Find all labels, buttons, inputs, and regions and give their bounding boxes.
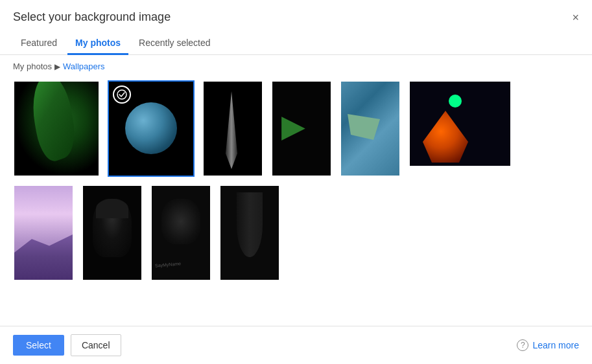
image-batman [220,186,279,280]
gallery-item-3[interactable] [202,80,263,177]
cancel-button[interactable]: Cancel [71,334,121,356]
svg-point-0 [117,90,126,99]
image-logo [272,82,331,176]
breadcrumb-current: Wallpapers [63,62,105,71]
tab-recently-selected[interactable]: Recently selected [131,32,219,55]
footer-actions: Select Cancel [13,334,121,356]
gallery-item-10[interactable] [219,185,280,281]
gallery-item-8[interactable] [82,185,143,281]
background-image-dialog: Select your background image × Featured … [0,0,592,364]
gallery-item-1[interactable] [13,80,100,177]
image-gallery [0,78,592,326]
image-robot [410,82,510,166]
image-sayname [152,186,210,280]
gallery-item-9[interactable] [150,185,211,281]
image-mountain [14,186,73,280]
breadcrumb: My photos ▶ Wallpapers [0,55,592,78]
breadcrumb-separator: ▶ [54,62,60,71]
image-leaf [14,82,99,176]
gallery-item-2[interactable] [108,80,195,177]
tab-featured[interactable]: Featured [13,32,65,55]
dialog-footer: Select Cancel ? Learn more [0,326,592,364]
image-vader [83,186,141,280]
help-icon[interactable]: ? [517,339,528,351]
tab-bar: Featured My photos Recently selected [0,32,592,55]
gallery-item-4[interactable] [271,80,332,177]
close-button[interactable]: × [572,12,579,23]
dialog-header: Select your background image × [0,0,592,24]
footer-help: ? Learn more [517,339,579,351]
image-arch [204,82,262,176]
selected-checkmark [113,85,131,104]
gallery-item-6[interactable] [408,80,512,177]
learn-more-link[interactable]: Learn more [532,340,579,350]
breadcrumb-parent[interactable]: My photos [13,62,52,71]
gallery-item-5[interactable] [340,80,401,177]
image-satellite [341,82,399,176]
dialog-title: Select your background image [13,10,171,24]
select-button[interactable]: Select [13,335,64,356]
gallery-item-7[interactable] [13,185,74,281]
tab-my-photos[interactable]: My photos [67,32,128,55]
